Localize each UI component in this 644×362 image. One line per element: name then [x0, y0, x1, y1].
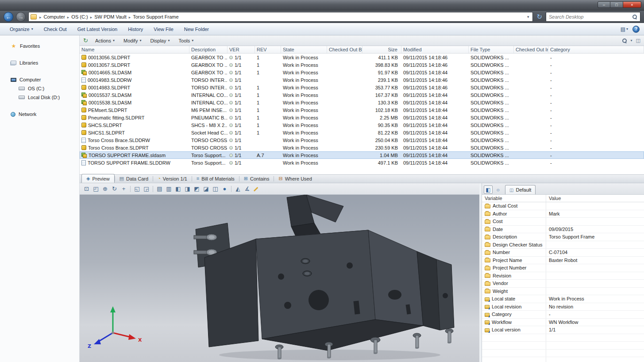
- tab-where-used[interactable]: ⊟Where Used: [274, 174, 316, 183]
- file-row-00014983-slddrw[interactable]: 00014983.SLDDRWTORSO INTER...1/1Work in …: [80, 76, 644, 84]
- sidebar-item-favorites[interactable]: ★Favorites: [0, 42, 79, 50]
- sidebar-item-os-c[interactable]: OS (C:): [0, 84, 79, 93]
- variable-row-cost[interactable]: Cost: [482, 218, 644, 226]
- column-header-checked-out-by[interactable]: Checked Out By: [327, 46, 362, 53]
- breadcrumb-item-computer[interactable]: Computer: [43, 13, 66, 20]
- search-input[interactable]: [549, 14, 630, 19]
- value-column-header[interactable]: Value: [546, 195, 644, 202]
- zoom-fit-icon[interactable]: ⊡: [82, 185, 91, 193]
- column-header-checked-out-in[interactable]: Checked Out In: [514, 46, 548, 53]
- variable-row-actual-cost[interactable]: Actual Cost: [482, 202, 644, 210]
- file-row-torso-support-frame-slddrw[interactable]: TORSO SUPPORT FRAME.SLDDRWTorso Support.…: [80, 159, 644, 166]
- change-view-button[interactable]: ▤▾: [621, 26, 628, 32]
- view-top-icon[interactable]: ◩: [193, 185, 201, 193]
- variable-row-local-version[interactable]: Local version1/1: [482, 326, 644, 334]
- sidebar-item-computer[interactable]: Computer: [0, 75, 79, 84]
- file-row-torso-cross-brace-sldprt[interactable]: Torso Cross Brace.SLDPRTTORSO CROSS...1/…: [80, 144, 644, 151]
- column-header-file-type[interactable]: File Type: [469, 46, 514, 53]
- search-icon[interactable]: [632, 14, 637, 19]
- command-organize[interactable]: Organize▾: [4, 23, 39, 35]
- breadcrumb-item-sw-pdm-vault[interactable]: SW PDM Vault: [93, 13, 127, 20]
- column-header-modified[interactable]: Modified: [401, 46, 469, 53]
- quick-search-icon[interactable]: [622, 38, 627, 43]
- column-header-rev[interactable]: REV: [255, 46, 281, 53]
- variable-view-button[interactable]: ○: [494, 185, 502, 194]
- variable-row-local-revision[interactable]: Local revisionNo revision: [482, 303, 644, 311]
- tab-bill-of-materials[interactable]: ≡Bill of Materials: [192, 174, 239, 183]
- variable-row-revision[interactable]: Revision: [482, 272, 644, 280]
- column-header-description[interactable]: Description: [189, 46, 228, 53]
- edit-pencil-icon[interactable]: [252, 185, 259, 193]
- file-row-00013057-sldprt[interactable]: 00013057.SLDPRTGEARBOX TO ...1/11Work in…: [80, 61, 644, 69]
- pdm-menu-tools[interactable]: Tools▾: [175, 36, 197, 45]
- address-dropdown-icon[interactable]: ▾: [525, 15, 531, 19]
- command-new-folder[interactable]: New Folder: [179, 23, 214, 35]
- zoom-area-icon[interactable]: ◰: [92, 185, 100, 193]
- file-row-shcs-sldprt[interactable]: SHCS.SLDPRTSHCS - M8 X 2...1/11Work in P…: [80, 121, 644, 129]
- minimize-button[interactable]: –: [598, 1, 610, 8]
- file-row-00013056-sldprt[interactable]: 00013056.SLDPRTGEARBOX TO ...1/11Work in…: [80, 54, 644, 61]
- column-header-category[interactable]: Category: [548, 46, 644, 53]
- variable-row-local-state[interactable]: Local stateWork in Process: [482, 295, 644, 303]
- file-row-pemsert-sldprt[interactable]: PEMsert.SLDPRTM6 PEM INSE...1/11Work in …: [80, 106, 644, 114]
- column-header-size[interactable]: Size: [362, 46, 401, 53]
- breadcrumb[interactable]: ▸Computer▸OS (C:)▸SW PDM Vault▸Torso Sup…: [28, 12, 533, 22]
- cad-model-preview[interactable]: X Z: [80, 195, 479, 362]
- sidebar-item-local-disk-d[interactable]: Local Disk (D:): [0, 93, 79, 102]
- variable-column-header[interactable]: Variable: [482, 195, 546, 202]
- sidebar-item-network[interactable]: Network: [0, 110, 79, 119]
- pdm-menu-modify[interactable]: Modify▾: [120, 36, 145, 45]
- file-row-pneumatic-fitting-sldprt[interactable]: Pneumatic fitting.SLDPRTPNEUMATIC B...1/…: [80, 114, 644, 121]
- variable-row-description[interactable]: DescriptionTorso Support Frame: [482, 233, 644, 241]
- tab-version-1-1[interactable]: ◔Version 1/1: [153, 174, 192, 183]
- tab-configuration-default[interactable]: ◫ Default: [505, 185, 536, 194]
- preview-canvas[interactable]: X Z: [80, 195, 479, 362]
- file-row-00014665-sldasm[interactable]: 00014665.SLDASMGEARBOX TO ...1/11Work in…: [80, 69, 644, 76]
- file-row-00015538-sldasm[interactable]: 00015538.SLDASMINTERNAL CO...1/11Work in…: [80, 99, 644, 106]
- card-view-button[interactable]: ◧: [484, 185, 493, 194]
- tab-preview[interactable]: ◈Preview: [81, 174, 115, 183]
- zoom-in-out-icon[interactable]: ⊕: [101, 185, 109, 193]
- back-button[interactable]: ←: [4, 12, 13, 22]
- close-button[interactable]: ×: [623, 1, 641, 8]
- variable-row-date[interactable]: Date09/09/2015: [482, 226, 644, 234]
- file-row-torso-cross-brace-slddrw[interactable]: Torso Cross Brace.SLDDRWTORSO CROSS...1/…: [80, 136, 644, 144]
- column-settings-icon[interactable]: ◫: [636, 38, 640, 43]
- view-back-icon[interactable]: ▥: [165, 185, 173, 193]
- command-view-file[interactable]: View File: [148, 23, 178, 35]
- file-row-00014983-sldprt[interactable]: 00014983.SLDPRTTORSO INTER...1/11Work in…: [80, 84, 644, 91]
- file-row-shcs1-sldprt[interactable]: SHCS1.SLDPRTSocket Head C...1/11Work in …: [80, 129, 644, 136]
- variable-row-project-number[interactable]: Project Number: [482, 264, 644, 272]
- variable-row-project-name[interactable]: Project NameBaxter Robot: [482, 257, 644, 265]
- view-right-icon[interactable]: ◨: [183, 185, 192, 193]
- breadcrumb-item-os-c[interactable]: OS (C:): [70, 13, 89, 20]
- maximize-button[interactable]: □: [610, 1, 623, 8]
- command-check-out[interactable]: Check Out: [39, 23, 72, 35]
- chevron-down-icon[interactable]: ▾: [631, 39, 632, 42]
- variable-row-author[interactable]: AuthorMark: [482, 210, 644, 218]
- variable-row-number[interactable]: NumberC-07104: [482, 249, 644, 257]
- standard-views-icon[interactable]: ◱: [133, 185, 141, 193]
- window-titlebar[interactable]: – □ ×: [0, 0, 644, 11]
- sidebar-item-libraries[interactable]: Libraries: [0, 58, 79, 67]
- variable-row-design-checker-status[interactable]: Design Checker Status: [482, 241, 644, 249]
- pdm-menu-display[interactable]: Display▾: [147, 36, 173, 45]
- view-orientation-icon[interactable]: ◲: [142, 185, 150, 193]
- view-bottom-icon[interactable]: ◪: [202, 185, 210, 193]
- variable-row-vendor[interactable]: Vendor: [482, 280, 644, 288]
- forward-button[interactable]: →: [16, 12, 26, 22]
- column-header-ver[interactable]: VER: [228, 46, 255, 53]
- file-row-00015537-sldasm[interactable]: 00015537.SLDASMINTERNAL CO...1/11Work in…: [80, 91, 644, 99]
- tab-data-card[interactable]: ▤Data Card: [115, 174, 153, 183]
- rotate-view-icon[interactable]: ↻: [110, 185, 119, 193]
- search-box[interactable]: [546, 12, 640, 22]
- view-left-icon[interactable]: ◧: [174, 185, 182, 193]
- variable-row-weight[interactable]: Weight: [482, 288, 644, 296]
- file-row-torso-support-frame-sldasm[interactable]: TORSO SUPPORT FRAME.sldasmTorso Support.…: [80, 151, 644, 159]
- shaded-view-icon[interactable]: ●: [220, 185, 229, 193]
- pdm-menu-actions[interactable]: Actions▾: [92, 36, 118, 45]
- pan-icon[interactable]: +: [120, 185, 128, 193]
- view-isometric-icon[interactable]: ◫: [211, 185, 220, 193]
- section-view-icon[interactable]: ◭: [234, 185, 242, 193]
- breadcrumb-item-torso-support-frame[interactable]: Torso Support Frame: [132, 13, 179, 20]
